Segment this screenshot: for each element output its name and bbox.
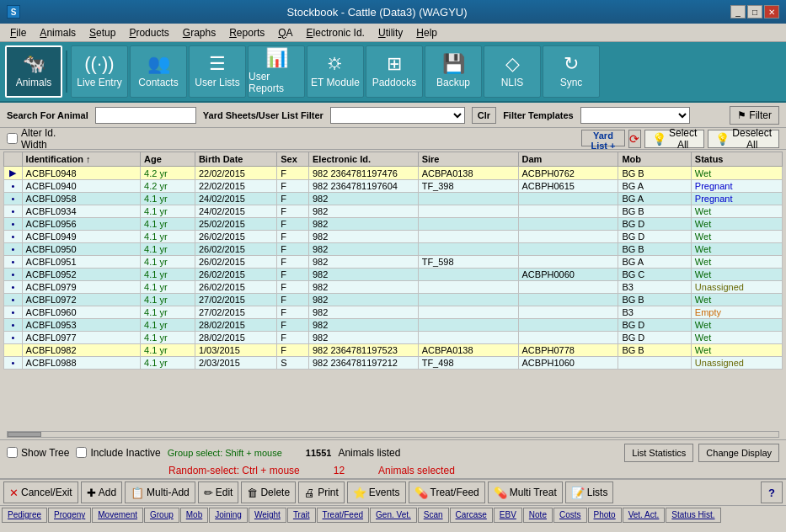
tab-weight[interactable]: Weight [249, 508, 286, 523]
table-row[interactable]: •ACBFL09514.1 yr26/02/2015F982TF_598BG A… [4, 256, 783, 269]
menu-qa[interactable]: QA [271, 25, 299, 40]
table-row[interactable]: •ACBFL09564.1 yr25/02/2015F982BG DWet [4, 218, 783, 231]
cell-mob: BG C [618, 269, 691, 281]
table-row[interactable]: •ACBFL09604.1 yr27/02/2015F982B3Empty [4, 306, 783, 319]
cancel-exit-button[interactable]: ✕ Cancel/Exit [3, 481, 78, 503]
table-row[interactable]: •ACBFL09724.1 yr27/02/2015F982BG BWet [4, 294, 783, 306]
select-all-button[interactable]: 💡 Select All [644, 130, 704, 148]
tab-photo[interactable]: Photo [588, 508, 622, 523]
lists-button[interactable]: 📝 Lists [565, 481, 614, 503]
menu-products[interactable]: Products [122, 25, 175, 40]
menu-reports[interactable]: Reports [222, 25, 271, 40]
toolbar-nlis[interactable]: ◇ NLIS [484, 45, 541, 98]
tab-joining[interactable]: Joining [209, 508, 248, 523]
tab-movement[interactable]: Movement [92, 508, 143, 523]
tab-mob[interactable]: Mob [180, 508, 208, 523]
show-tree-checkbox[interactable] [7, 447, 18, 458]
print-button[interactable]: 🖨 Print [298, 481, 345, 503]
col-electronic-id[interactable]: Electronic Id. [308, 152, 418, 167]
col-age[interactable]: Age [141, 152, 195, 167]
table-row[interactable]: •ACBFL09534.1 yr28/02/2015F982BG DWet [4, 319, 783, 332]
col-birth-date[interactable]: Birth Date [195, 152, 276, 167]
toolbar-paddocks[interactable]: ⊞ Paddocks [366, 45, 423, 98]
tab-progeny[interactable]: Progeny [48, 508, 91, 523]
table-row[interactable]: •ACBFL09504.1 yr26/02/2015F982BG BWet [4, 243, 783, 256]
col-mob[interactable]: Mob [618, 152, 691, 167]
menu-animals[interactable]: Animals [33, 25, 83, 40]
menu-electronic[interactable]: Electronic Id. [300, 25, 372, 40]
toolbar-contacts[interactable]: 👥 Contacts [130, 45, 187, 98]
help-button[interactable]: ? [761, 481, 783, 503]
cell-sex: F [277, 180, 309, 193]
tab-trait[interactable]: Trait [287, 508, 316, 523]
tab-vet--act-[interactable]: Vet. Act. [623, 508, 666, 523]
cell-status: Wet [691, 231, 782, 243]
menu-help[interactable]: Help [409, 25, 444, 40]
table-scroll[interactable]: Identification ↑ Age Birth Date Sex Elec… [3, 152, 783, 431]
yard-list-button[interactable]: Yard List + [581, 130, 624, 146]
change-display-button[interactable]: Change Display [698, 444, 779, 462]
menu-setup[interactable]: Setup [83, 25, 122, 40]
toolbar-live-entry[interactable]: ((·)) Live Entry [71, 45, 128, 98]
edit-button[interactable]: ✏ Edit [198, 481, 239, 503]
table-row[interactable]: •ACBFL09884.1 yr2/03/2015S982 2364781197… [4, 357, 783, 370]
tab-treat-feed[interactable]: Treat/Feed [317, 508, 370, 523]
table-row[interactable]: •ACBFL09404.2 yr22/02/2015F982 236478119… [4, 180, 783, 193]
refresh-button[interactable]: ⟳ [628, 130, 641, 148]
table-row[interactable]: •ACBFL09774.1 yr28/02/2015F982BG DWet [4, 332, 783, 344]
toolbar-et-module[interactable]: ⛭ ET Module [307, 45, 364, 98]
table-row[interactable]: •ACBFL09524.1 yr26/02/2015F982ACBPH0060B… [4, 269, 783, 281]
tab-group[interactable]: Group [144, 508, 179, 523]
toolbar-animals[interactable]: 🐄 Animals [5, 45, 62, 98]
cell-age: 4.1 yr [141, 193, 195, 205]
col-status[interactable]: Status [691, 152, 782, 167]
tab-costs[interactable]: Costs [553, 508, 587, 523]
col-sire[interactable]: Sire [418, 152, 518, 167]
restore-button[interactable]: □ [747, 5, 762, 19]
table-row[interactable]: •ACBFL09584.1 yr24/02/2015F982BG APregna… [4, 193, 783, 205]
deselect-all-button[interactable]: 💡 Deselect All [708, 130, 779, 148]
menu-file[interactable]: File [3, 25, 33, 40]
table-row[interactable]: •ACBFL09344.1 yr24/02/2015F982BG BWet [4, 205, 783, 218]
include-inactive-checkbox[interactable] [76, 447, 87, 458]
tab-note[interactable]: Note [523, 508, 553, 523]
toolbar-backup[interactable]: 💾 Backup [425, 45, 482, 98]
tab-status-hist-[interactable]: Status Hist. [666, 508, 720, 523]
multi-treat-button[interactable]: 💊 Multi Treat [488, 481, 563, 503]
delete-button[interactable]: 🗑 Delete [241, 481, 296, 503]
tab-carcase[interactable]: Carcase [450, 508, 493, 523]
treat-feed-button[interactable]: 💊 Treat/Feed [409, 481, 485, 503]
list-statistics-button[interactable]: List Statistics [624, 444, 693, 462]
table-row[interactable]: •ACBFL09794.1 yr26/02/2015F982B3Unassign… [4, 281, 783, 294]
clr-button[interactable]: Clr [472, 107, 496, 124]
col-sex[interactable]: Sex [277, 152, 309, 167]
tab-ebv[interactable]: EBV [494, 508, 522, 523]
yard-filter-select[interactable] [330, 107, 465, 124]
scrollbar-thumb[interactable] [8, 432, 41, 437]
search-input[interactable] [95, 107, 196, 124]
menu-utility[interactable]: Utility [372, 25, 409, 40]
table-row[interactable]: ACBFL09824.1 yr1/03/2015F982 23647811975… [4, 344, 783, 357]
table-row[interactable]: •ACBFL09494.1 yr26/02/2015F982BG DWet [4, 231, 783, 243]
col-dam[interactable]: Dam [518, 152, 618, 167]
horizontal-scrollbar[interactable] [7, 431, 779, 438]
toolbar-user-lists[interactable]: ☰ User Lists [189, 45, 246, 98]
tab-pedigree[interactable]: Pedigree [2, 508, 47, 523]
menu-graphs[interactable]: Graphs [176, 25, 222, 40]
toolbar-user-reports[interactable]: 📊 User Reports [248, 45, 305, 98]
tab-gen--vet-[interactable]: Gen. Vet. [370, 508, 417, 523]
filter-button[interactable]: ⚑ Filter [730, 106, 779, 125]
add-button[interactable]: ✚ Add [81, 481, 122, 503]
table-row[interactable]: ▶ACBFL09484.2 yr22/02/2015F982 236478119… [4, 167, 783, 180]
tab-scan[interactable]: Scan [418, 508, 449, 523]
cell-dam [518, 205, 618, 218]
close-button[interactable]: ✕ [764, 5, 779, 19]
filter-templates-select[interactable] [580, 107, 690, 124]
toolbar-sync[interactable]: ↻ Sync [543, 45, 600, 98]
cell-dam [518, 218, 618, 231]
alter-id-checkbox[interactable] [7, 133, 18, 144]
minimize-button[interactable]: _ [730, 5, 746, 19]
multi-add-button[interactable]: 📋 Multi-Add [125, 481, 195, 503]
col-identification[interactable]: Identification ↑ [22, 152, 140, 167]
events-button[interactable]: ⭐ Events [347, 481, 406, 503]
